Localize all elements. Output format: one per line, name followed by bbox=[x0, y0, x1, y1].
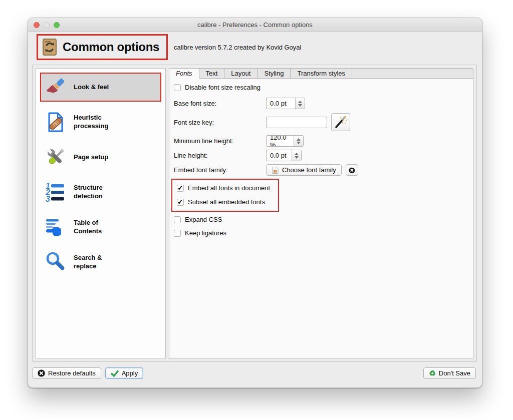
field-label: Font size key: bbox=[174, 119, 266, 126]
svg-text:3: 3 bbox=[46, 195, 50, 203]
choose-font-family-button[interactable]: Choose font family bbox=[266, 164, 342, 176]
field-label: Embed font family: bbox=[174, 166, 266, 174]
disable-font-rescaling-row: Disable font size rescaling bbox=[174, 84, 468, 91]
embed-all-fonts-checkbox[interactable] bbox=[177, 185, 184, 192]
sidebar-item-search-and-replace[interactable]: Search & replace bbox=[41, 249, 160, 276]
expand-css-checkbox[interactable] bbox=[174, 216, 181, 223]
checkbox-label: Embed all fonts in document bbox=[188, 184, 270, 192]
tab-styling[interactable]: Styling bbox=[258, 68, 291, 79]
sidebar-item-label: Heuristic processing bbox=[74, 114, 125, 131]
annotation-box-header: Common options bbox=[37, 34, 168, 60]
field-label: Minimum line height: bbox=[174, 137, 266, 145]
font-size-key-input[interactable] bbox=[266, 117, 327, 128]
checkbox-label: Keep ligatures bbox=[185, 229, 226, 237]
magic-wand-icon bbox=[334, 115, 347, 129]
restore-defaults-button[interactable]: Restore defaults bbox=[32, 367, 101, 379]
tools-icon bbox=[44, 146, 67, 169]
button-label: Choose font family bbox=[282, 166, 336, 174]
spinner-value: 0.0 pt bbox=[267, 150, 292, 161]
sidebar-item-label: Look & feel bbox=[74, 83, 125, 92]
sidebar-item-label: Table of Contents bbox=[74, 219, 125, 236]
clear-icon bbox=[38, 369, 45, 377]
tab-layout[interactable]: Layout bbox=[224, 68, 258, 79]
sidebar-item-label: Page setup bbox=[74, 153, 125, 162]
base-font-size-spinner[interactable]: 0.0 pt bbox=[266, 98, 305, 109]
disable-font-rescaling-checkbox[interactable] bbox=[174, 84, 181, 91]
paintbrush-icon bbox=[44, 76, 67, 99]
base-font-size-row: Base font size: 0.0 pt bbox=[174, 98, 468, 109]
spinner-buttons[interactable] bbox=[295, 98, 305, 109]
spinner-buttons[interactable] bbox=[292, 150, 301, 161]
keep-ligatures-row: Keep ligatures bbox=[174, 229, 468, 237]
header: Common options calibre version 5.7.2 cre… bbox=[28, 32, 482, 65]
sidebar-item-page-setup[interactable]: Page setup bbox=[41, 144, 160, 171]
field-label: Base font size: bbox=[174, 100, 266, 107]
traffic-lights bbox=[34, 18, 60, 32]
toc-hand-icon bbox=[44, 216, 67, 239]
sidebar-item-table-of-contents[interactable]: Table of Contents bbox=[41, 214, 160, 241]
titlebar: calibre - Preferences - Common options bbox=[28, 18, 482, 32]
page-title: Common options bbox=[63, 40, 159, 54]
checkbox-label: Subset all embedded fonts bbox=[188, 198, 265, 206]
font-document-icon bbox=[272, 166, 279, 174]
spinner-value: 120.0 % bbox=[267, 136, 294, 146]
clear-font-family-button[interactable] bbox=[346, 164, 358, 176]
minimize-button[interactable] bbox=[44, 22, 50, 28]
embed-font-family-row: Embed font family: Choose font family bbox=[174, 164, 468, 176]
sidebar-item-label: Structure detection bbox=[74, 184, 125, 201]
version-text: calibre version 5.7.2 created by Kovid G… bbox=[174, 44, 301, 51]
category-sidebar: Look & feel Heuristic pro bbox=[36, 68, 166, 358]
line-height-spinner[interactable]: 0.0 pt bbox=[266, 150, 302, 161]
sidebar-item-look-and-feel[interactable]: Look & feel bbox=[41, 74, 160, 101]
content-frame: Look & feel Heuristic pro bbox=[32, 65, 477, 362]
numbered-list-icon: 1 2 3 bbox=[44, 181, 67, 204]
checkbox-label: Expand CSS bbox=[185, 216, 222, 223]
zoom-button[interactable] bbox=[54, 22, 60, 28]
preferences-window: calibre - Preferences - Common options C… bbox=[28, 18, 482, 388]
embed-all-fonts-row: Embed all fonts in document bbox=[177, 184, 270, 192]
sidebar-item-structure-detection[interactable]: 1 2 3 Structure detection bbox=[41, 179, 160, 206]
subset-fonts-row: Subset all embedded fonts bbox=[177, 198, 270, 206]
subset-fonts-checkbox[interactable] bbox=[177, 199, 184, 206]
font-size-key-row: Font size key: bbox=[174, 113, 468, 131]
font-size-wizard-button[interactable] bbox=[331, 113, 350, 131]
spinner-buttons[interactable] bbox=[294, 136, 303, 146]
line-height-row: Line height: 0.0 pt bbox=[174, 150, 468, 161]
spinner-value: 0.0 pt bbox=[267, 98, 295, 109]
tab-transform-styles[interactable]: Transform styles bbox=[291, 68, 352, 79]
annotation-box-embed-checkboxes: Embed all fonts in document Subset all e… bbox=[171, 179, 279, 212]
convert-book-icon bbox=[42, 38, 58, 57]
button-label: Restore defaults bbox=[48, 369, 96, 377]
button-label: Apply bbox=[122, 369, 138, 377]
sidebar-item-heuristic-processing[interactable]: Heuristic processing bbox=[41, 109, 160, 136]
window-title: calibre - Preferences - Common options bbox=[28, 21, 482, 29]
button-label: Don't Save bbox=[439, 369, 470, 377]
sidebar-item-label: Search & replace bbox=[74, 254, 125, 271]
close-button[interactable] bbox=[34, 22, 40, 28]
bandaged-document-icon bbox=[44, 111, 67, 134]
recycle-icon: ♻ bbox=[429, 369, 435, 377]
field-label: Line height: bbox=[174, 152, 266, 159]
dont-save-button[interactable]: ♻ Don't Save bbox=[423, 367, 476, 379]
tab-text[interactable]: Text bbox=[199, 68, 225, 79]
check-icon bbox=[111, 370, 119, 377]
clear-icon bbox=[349, 166, 355, 174]
min-line-height-spinner[interactable]: 120.0 % bbox=[266, 135, 304, 147]
tab-fonts[interactable]: Fonts bbox=[169, 68, 199, 79]
fonts-tab-page: Disable font size rescaling Base font si… bbox=[169, 79, 473, 358]
apply-button[interactable]: Apply bbox=[105, 367, 144, 379]
tabbar-filler bbox=[352, 68, 473, 79]
checkbox-label: Disable font size rescaling bbox=[185, 84, 261, 91]
min-line-height-row: Minimum line height: 120.0 % bbox=[174, 135, 468, 147]
settings-tabwidget: Fonts Text Layout Styling Transform styl… bbox=[169, 68, 473, 358]
tabbar: Fonts Text Layout Styling Transform styl… bbox=[169, 68, 473, 79]
footer-bar: Restore defaults Apply ♻ Don't Save bbox=[28, 362, 482, 379]
magnifier-icon bbox=[44, 251, 67, 274]
keep-ligatures-checkbox[interactable] bbox=[174, 230, 181, 237]
expand-css-row: Expand CSS bbox=[174, 216, 468, 223]
